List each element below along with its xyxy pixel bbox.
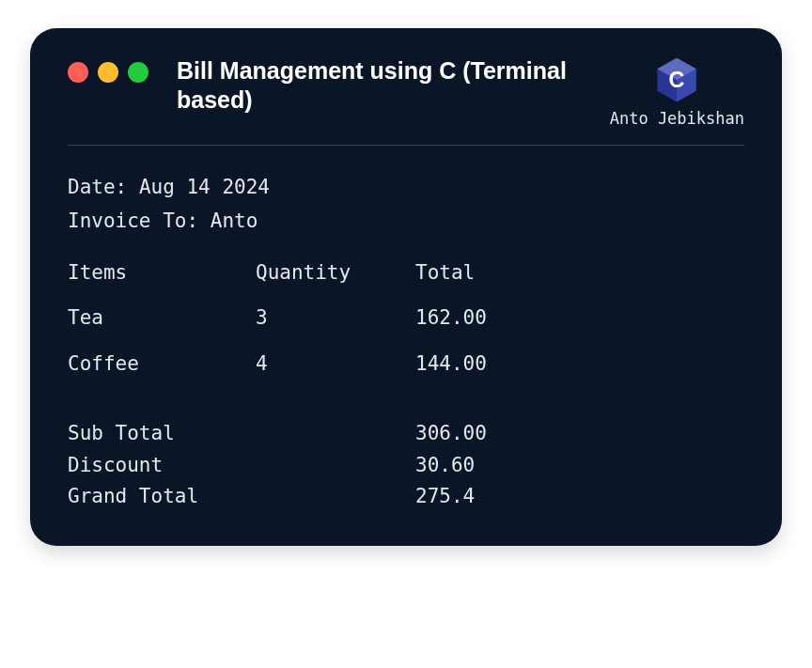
subtotal-row: Sub Total 306.00 [68, 418, 744, 450]
col-header-quantity: Quantity [227, 257, 415, 289]
terminal-window: Bill Management using C (Terminal based)… [30, 28, 782, 546]
date-line: Date: Aug 14 2024 [68, 172, 744, 204]
date-value: Aug 14 2024 [139, 176, 270, 198]
author-name: Anto Jebikshan [610, 109, 744, 128]
date-label: Date: [68, 176, 127, 198]
title-bar: Bill Management using C (Terminal based)… [68, 56, 744, 146]
author-block: C Anto Jebikshan [610, 56, 744, 128]
totals-block: Sub Total 306.00 Discount 30.60 Grand To… [68, 418, 744, 513]
subtotal-value: 306.00 [415, 418, 744, 450]
c-lang-icon: C [656, 56, 697, 103]
grand-total-label: Grand Total [68, 481, 415, 513]
maximize-icon[interactable] [128, 62, 148, 83]
items-table: Items Quantity Total Tea 3 162.00 Coffee… [68, 257, 744, 381]
title-block: Bill Management using C (Terminal based) [177, 56, 582, 116]
discount-row: Discount 30.60 [68, 450, 744, 482]
terminal-output: Date: Aug 14 2024 Invoice To: Anto Items… [68, 146, 744, 513]
grand-total-value: 275.4 [415, 481, 744, 513]
col-header-items: Items [68, 257, 227, 289]
close-icon[interactable] [68, 62, 88, 83]
subtotal-label: Sub Total [68, 418, 415, 450]
invoice-to-line: Invoice To: Anto [68, 206, 744, 238]
window-controls [68, 56, 148, 83]
table-row: Coffee 4 144.00 [68, 349, 744, 381]
app-title: Bill Management using C (Terminal based) [177, 56, 582, 116]
col-header-total: Total [415, 257, 744, 289]
item-total: 144.00 [415, 349, 744, 381]
grand-total-row: Grand Total 275.4 [68, 481, 744, 513]
minimize-icon[interactable] [98, 62, 118, 83]
item-total: 162.00 [415, 303, 744, 334]
discount-label: Discount [68, 450, 415, 482]
item-name: Coffee [68, 349, 227, 381]
svg-text:C: C [669, 68, 685, 92]
table-header-row: Items Quantity Total [68, 257, 744, 289]
discount-value: 30.60 [415, 450, 744, 482]
invoice-to-value: Anto [211, 210, 258, 232]
invoice-to-label: Invoice To: [68, 210, 198, 232]
item-qty: 3 [227, 303, 415, 334]
item-qty: 4 [227, 349, 415, 381]
table-row: Tea 3 162.00 [68, 303, 744, 334]
item-name: Tea [68, 303, 227, 334]
